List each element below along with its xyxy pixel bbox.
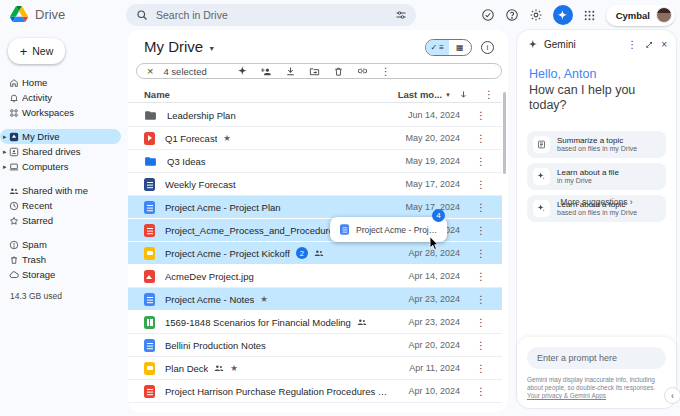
search-bar[interactable]: [126, 4, 416, 26]
file-row[interactable]: AcmeDev Project.jpg Apr 14, 2024 ⋮: [128, 265, 502, 288]
file-row[interactable]: Project Harrison Purchase Regulation Pro…: [128, 380, 502, 403]
sidebar-item-recent[interactable]: Recent: [0, 198, 127, 213]
toolbar-more-button[interactable]: ⋮: [381, 66, 391, 77]
row-more-button[interactable]: ⋮: [460, 271, 502, 282]
suggestion-summarize-topic[interactable]: Summarize a topic based on files in my D…: [527, 131, 666, 158]
list-view-button[interactable]: ✓ ≡: [426, 40, 449, 55]
file-row[interactable]: Bellini Production Notes Apr 20, 2024 ⋮: [128, 334, 502, 357]
sidebar-item-my-drive[interactable]: ▸ My Drive: [0, 129, 121, 144]
trash-icon: [9, 255, 19, 265]
file-row-selected[interactable]: Project Acme - Project Kickoff 2 Apr 28,…: [128, 242, 502, 265]
storage-cloud-icon: [9, 270, 19, 280]
search-input[interactable]: [156, 9, 386, 21]
shared-drives-icon: [9, 147, 19, 157]
collapse-panel-button[interactable]: ‹: [664, 387, 680, 404]
sidebar-item-storage[interactable]: Storage: [0, 267, 127, 282]
sidebar-item-shared-with-me[interactable]: Shared with me: [0, 183, 127, 198]
modified-column-header[interactable]: Last mo...▼: [398, 89, 451, 100]
name-column-header[interactable]: Name: [144, 89, 170, 100]
row-more-button[interactable]: ⋮: [460, 179, 502, 190]
google-drive-app: Drive: [0, 0, 680, 416]
row-more-button[interactable]: ⋮: [460, 202, 502, 213]
download-button[interactable]: [285, 66, 296, 77]
starred-icon: ★: [223, 133, 231, 143]
move-to-folder-button[interactable]: [309, 66, 320, 77]
file-row[interactable]: 1569-1848 Scenarios for Financial Modeli…: [128, 311, 502, 334]
file-row-selected[interactable]: Project Acme - Notes ★ Apr 23, 2024 ⋮: [128, 288, 502, 311]
sidebar-item-home[interactable]: Home: [0, 75, 127, 90]
row-more-button[interactable]: ⋮: [460, 248, 502, 259]
row-more-button[interactable]: ⋮: [460, 317, 502, 328]
sidebar-item-computers[interactable]: ▸ Computers: [0, 159, 127, 174]
computers-icon: [9, 162, 19, 172]
grid-view-button[interactable]: ▦: [449, 40, 472, 55]
row-more-button[interactable]: ⋮: [460, 386, 502, 397]
copy-link-button[interactable]: [357, 66, 368, 77]
row-more-button[interactable]: ⋮: [460, 156, 502, 167]
drive-logo[interactable]: Drive: [10, 6, 65, 22]
search-icon: [134, 8, 149, 23]
drive-logo-icon: [10, 6, 28, 22]
title-dropdown-icon[interactable]: ▼: [208, 42, 215, 52]
row-more-button[interactable]: ⋮: [460, 363, 502, 374]
collaborator-count-badge: 2: [296, 247, 308, 259]
sidebar-item-activity[interactable]: Activity: [0, 90, 127, 105]
mouse-cursor-icon: [429, 236, 439, 251]
share-person-add-button[interactable]: [261, 66, 272, 77]
apps-grid-icon[interactable]: [582, 8, 597, 23]
search-filters-icon[interactable]: [393, 8, 408, 23]
gemini-icon[interactable]: [553, 5, 573, 25]
file-row[interactable]: Plan Deck ★ Apr 11, 2024 ⋮: [128, 357, 502, 380]
clear-selection-button[interactable]: ×: [147, 66, 153, 77]
file-row-selected[interactable]: Project Acme - Project Plan May 17, 2024…: [128, 196, 502, 219]
expand-panel-icon[interactable]: [645, 41, 653, 49]
sidebar-item-workspaces[interactable]: Workspaces: [0, 105, 127, 120]
shared-people-icon: [314, 248, 324, 258]
sort-direction-icon[interactable]: [451, 90, 476, 99]
row-more-button[interactable]: ⋮: [460, 110, 502, 121]
suggestion-learn-file[interactable]: Learn about a file in my Drive: [527, 163, 666, 190]
file-row[interactable]: Weekly Forecast May 17, 2024 ⋮: [128, 173, 502, 196]
gemini-sparkle-button[interactable]: [237, 66, 248, 77]
shared-people-icon: [214, 363, 224, 373]
file-row[interactable]: Q3 Ideas May 19, 2024 ⋮: [128, 150, 502, 173]
avatar[interactable]: [656, 7, 672, 23]
sidebar-item-starred[interactable]: Starred: [0, 213, 127, 228]
prompt-input[interactable]: [527, 347, 666, 369]
account-pill[interactable]: Cymbal: [606, 5, 675, 26]
sidebar-item-spam[interactable]: Spam: [0, 237, 127, 252]
pdf-file-icon: [144, 385, 155, 398]
row-more-button[interactable]: ⋮: [460, 294, 502, 305]
workspaces-icon: [9, 108, 19, 118]
trash-button[interactable]: [333, 66, 344, 77]
row-more-button[interactable]: ⋮: [460, 133, 502, 144]
more-suggestions-link[interactable]: More suggestions ›: [517, 197, 676, 207]
settings-gear-icon[interactable]: [529, 8, 544, 23]
privacy-link[interactable]: Your privacy & Gemini Apps: [527, 392, 606, 399]
sidebar-item-trash[interactable]: Trash: [0, 252, 127, 267]
gemini-sparkle-icon: [528, 40, 538, 50]
close-panel-icon[interactable]: ×: [661, 39, 667, 50]
header-more-button[interactable]: ⋮: [476, 89, 502, 100]
row-more-button[interactable]: ⋮: [460, 225, 502, 236]
sidebar-item-shared-drives[interactable]: ▸ Shared drives: [0, 144, 127, 159]
file-row[interactable]: Q1 Forecast ★ May 20, 2024 ⋮: [128, 127, 502, 150]
view-details-icon[interactable]: i: [481, 41, 494, 54]
check-circle-icon[interactable]: [481, 8, 496, 23]
view-toggle[interactable]: ✓ ≡ ▦: [425, 39, 472, 56]
sparkle-icon: [533, 168, 550, 185]
row-more-button[interactable]: ⋮: [460, 340, 502, 351]
help-icon[interactable]: [505, 8, 520, 23]
gemini-panel: Gemini ⋮ × Hello, Anton How can I help y…: [517, 30, 676, 408]
document-file-icon: [144, 178, 155, 191]
file-row[interactable]: Leadership Plan Jun 14, 2024 ⋮: [128, 104, 502, 127]
expand-caret-icon[interactable]: ▸: [3, 148, 7, 156]
gemini-more-button[interactable]: ⋮: [627, 39, 637, 50]
selection-toolbar: × 4 selected ⋮: [136, 63, 502, 79]
expand-caret-icon[interactable]: ▸: [3, 133, 7, 141]
selection-count: 4 selected: [163, 66, 206, 77]
expand-caret-icon[interactable]: ▸: [3, 163, 7, 171]
spam-icon: [9, 240, 19, 250]
new-button[interactable]: + New: [8, 38, 65, 64]
scrollbar-thumb[interactable]: [503, 92, 506, 174]
